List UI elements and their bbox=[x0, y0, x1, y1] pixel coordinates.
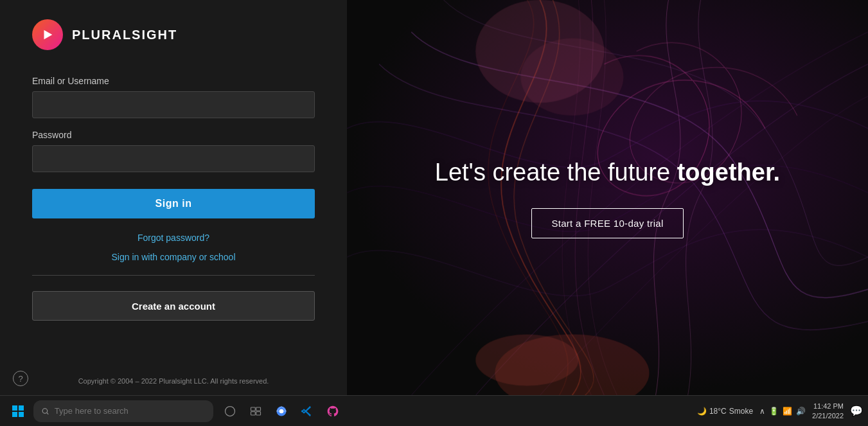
svg-rect-8 bbox=[19, 412, 24, 417]
hero-text-bold: together. bbox=[677, 159, 780, 186]
svg-point-9 bbox=[42, 408, 48, 413]
email-input[interactable] bbox=[32, 91, 315, 118]
taskbar-search-input[interactable] bbox=[55, 406, 206, 416]
battery-icon: 🔋 bbox=[769, 407, 779, 416]
chrome-icon[interactable] bbox=[270, 400, 293, 423]
svg-rect-6 bbox=[19, 405, 24, 411]
taskbar-app-icons bbox=[218, 400, 344, 423]
taskbar-search-box[interactable] bbox=[33, 400, 213, 422]
links-area: Forgot password? Sign in with company or… bbox=[32, 233, 315, 321]
clock: 11:42 PM 2/21/2022 bbox=[812, 402, 844, 420]
trial-button[interactable]: Start a FREE 10-day trial bbox=[531, 208, 683, 238]
github-icon[interactable] bbox=[321, 400, 344, 423]
logo-text: PLURALSIGHT bbox=[72, 28, 177, 42]
password-label: Password bbox=[32, 130, 315, 140]
weather-widget: 🌙 18°C Smoke bbox=[697, 407, 753, 416]
svg-line-10 bbox=[47, 413, 48, 414]
forgot-password-link[interactable]: Forgot password? bbox=[137, 233, 209, 243]
pluralsight-logo-icon bbox=[32, 19, 63, 50]
svg-rect-13 bbox=[256, 407, 261, 411]
password-input[interactable] bbox=[32, 145, 315, 172]
help-icon[interactable]: ? bbox=[13, 371, 28, 386]
create-account-button[interactable]: Create an account bbox=[32, 291, 315, 321]
svg-rect-15 bbox=[256, 411, 261, 414]
task-view-icon[interactable] bbox=[244, 400, 267, 423]
notification-icon[interactable]: 💬 bbox=[850, 405, 863, 417]
system-tray: ∧ 🔋 📶 🔊 bbox=[759, 407, 806, 416]
svg-rect-5 bbox=[12, 405, 17, 411]
logo-area: PLURALSIGHT bbox=[32, 19, 315, 50]
right-panel-content: Let's create the future together. Start … bbox=[435, 157, 780, 238]
copyright-text: Copyright © 2004 – 2022 Pluralsight LLC.… bbox=[32, 377, 315, 385]
vscode-icon[interactable] bbox=[296, 400, 319, 423]
start-button[interactable] bbox=[5, 398, 31, 424]
caret-icon[interactable]: ∧ bbox=[759, 407, 765, 416]
volume-icon: 🔊 bbox=[796, 407, 806, 416]
svg-rect-7 bbox=[12, 412, 17, 417]
weather-condition: Smoke bbox=[729, 407, 753, 416]
cortana-icon[interactable] bbox=[218, 400, 242, 423]
taskbar: 🌙 18°C Smoke ∧ 🔋 📶 🔊 11:42 PM 2/21/2022 … bbox=[0, 395, 868, 426]
right-panel: Let's create the future together. Start … bbox=[347, 0, 868, 395]
svg-marker-0 bbox=[44, 30, 53, 40]
svg-point-4 bbox=[520, 39, 623, 116]
hero-text-normal: Let's create the future bbox=[435, 159, 677, 186]
divider bbox=[32, 275, 315, 276]
svg-rect-14 bbox=[251, 411, 256, 414]
password-form-group: Password bbox=[32, 130, 315, 172]
svg-rect-12 bbox=[251, 407, 256, 411]
taskbar-right-area: 🌙 18°C Smoke ∧ 🔋 📶 🔊 11:42 PM 2/21/2022 … bbox=[697, 402, 863, 420]
date-display: 2/21/2022 bbox=[812, 411, 844, 420]
svg-point-2 bbox=[475, 334, 578, 386]
email-label: Email or Username bbox=[32, 76, 315, 86]
time-display: 11:42 PM bbox=[812, 402, 844, 411]
weather-temp: 18°C bbox=[709, 407, 727, 416]
company-sign-in-link[interactable]: Sign in with company or school bbox=[112, 252, 236, 262]
hero-text: Let's create the future together. bbox=[435, 157, 780, 188]
svg-point-11 bbox=[226, 406, 235, 416]
email-form-group: Email or Username bbox=[32, 76, 315, 118]
moon-icon: 🌙 bbox=[697, 407, 707, 416]
left-panel: PLURALSIGHT Email or Username Password S… bbox=[0, 0, 347, 395]
sign-in-button[interactable]: Sign in bbox=[32, 189, 315, 218]
wifi-icon: 📶 bbox=[783, 407, 792, 416]
